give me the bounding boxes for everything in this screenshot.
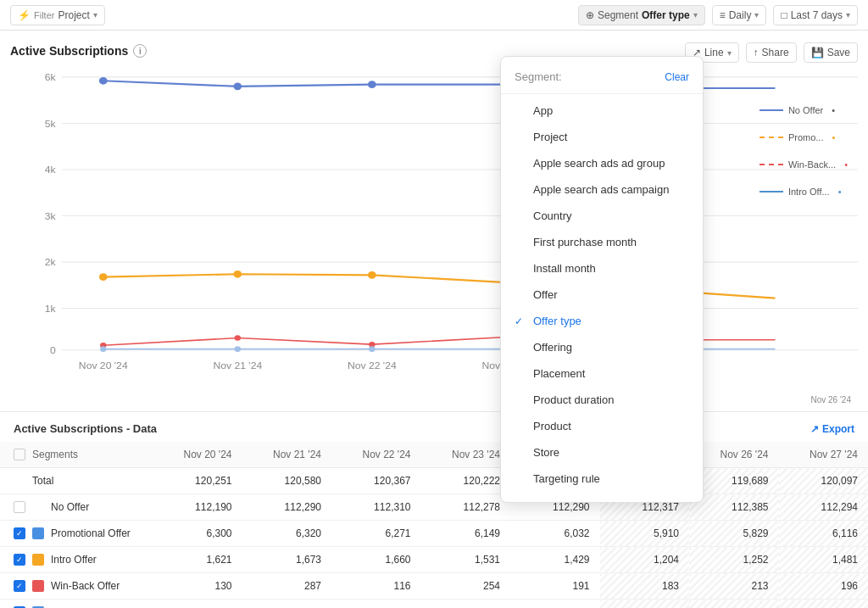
dropdown-item-14[interactable]: Targeting rule [501,466,703,492]
cell-1-3: 112,278 [421,494,511,521]
dropdown-item-label-1: Project [533,131,567,143]
cell-5-7: 10 [779,600,869,609]
dropdown-item-0[interactable]: App [501,98,703,124]
line-chevron-icon: ▾ [727,48,732,58]
segment-color-4 [32,580,44,592]
dropdown-item-7[interactable]: Offer [501,282,703,308]
main-area: Active Subscriptions i ↗ Line ▾ ↑ Share … [0,31,868,608]
share-button[interactable]: ↑ Share [746,42,797,63]
col-header-nov23: Nov 23 '24 [421,442,511,468]
dropdown-item-5[interactable]: First purchase month [501,229,703,255]
cell-3-3: 1,531 [421,547,511,573]
legend-no-offer: No Offer • [760,105,848,115]
bars-icon: ≡ [720,9,726,21]
dropdown-clear-button[interactable]: Clear [665,71,689,83]
segment-label: Segment [598,9,638,21]
cell-3-7: 1,481 [779,547,869,573]
filter-icon: ⚡ [18,9,31,21]
dropdown-item-2[interactable]: Apple search ads ad group [501,150,703,176]
svg-point-34 [100,346,106,352]
toolbar-right: ⊕ Segment Offer type ▾ ≡ Daily ▾ □ Last … [578,5,858,25]
filter-value: Project [58,9,89,21]
cell-5-2: 10 [331,600,421,609]
col-header-nov22: Nov 22 '24 [331,442,421,468]
cell-5-5: 10 [600,600,690,609]
table-row: ✓Promotional Offer6,3006,3206,2716,1496,… [0,521,868,547]
data-section-title: Active Subscriptions - Data [14,422,157,435]
dropdown-item-11[interactable]: Product duration [501,387,703,413]
table-row: No Offer112,190112,290112,310112,278112,… [0,494,868,521]
save-button[interactable]: 💾 Save [804,42,858,63]
cell-5-6: 10 [689,600,779,609]
info-icon[interactable]: i [133,44,147,58]
dropdown-item-9[interactable]: Offering [501,334,703,360]
dropdown-item-6[interactable]: Install month [501,255,703,282]
toolbar-left: ⚡ Filter Project ▾ [10,5,105,25]
line-label: Line [704,47,724,59]
dropdown-item-8[interactable]: ✓Offer type [501,308,703,334]
row-checkbox-2[interactable]: ✓ [14,527,25,539]
dropdown-item-12[interactable]: Product [501,413,703,439]
cell-5-4: 10 [510,600,600,609]
row-checkbox-1[interactable] [14,501,25,513]
cell-2-5: 5,910 [600,521,690,547]
cell-1-7: 112,294 [779,494,869,521]
dropdown-item-label-2: Apple search ads ad group [533,157,665,170]
svg-text:Nov 21 '24: Nov 21 '24 [213,360,262,370]
cell-5-3: 10 [421,600,511,609]
cell-5-1: 10 [242,600,332,609]
filter-button[interactable]: ⚡ Filter Project ▾ [10,5,105,25]
svg-point-35 [235,346,241,352]
chart-section: Active Subscriptions i ↗ Line ▾ ↑ Share … [0,31,868,412]
cell-2-6: 5,829 [689,521,779,547]
dropdown-item-label-12: Product [533,420,571,432]
dropdown-item-13[interactable]: Store [501,439,703,466]
segment-name-4: Win-Back Offer [51,580,120,592]
data-title-bar: Active Subscriptions - Data ↗ Export [0,412,868,442]
cell-3-1: 1,673 [242,547,332,573]
svg-text:1k: 1k [45,304,56,314]
dropdown-item-1[interactable]: Project [501,124,703,150]
table-row: ✓Win-Back Offer130287116254191183213196 [0,573,868,600]
cell-4-7: 196 [779,573,869,600]
cell-2-0: 6,300 [153,521,242,547]
dropdown-item-label-13: Store [533,446,559,459]
svg-text:6k: 6k [45,73,56,82]
cell-0-2: 120,367 [331,468,421,494]
svg-point-26 [368,271,376,279]
row-checkbox-4[interactable]: ✓ [14,580,25,592]
cell-2-3: 6,149 [421,521,511,547]
daily-button[interactable]: ≡ Daily ▾ [712,5,767,25]
row-checkbox-3[interactable]: ✓ [14,554,25,566]
export-button[interactable]: ↗ Export [810,423,854,435]
table-row: ✓Intro Offer1,6211,6731,6601,5311,4291,2… [0,547,868,573]
filter-chevron-icon: ▾ [93,10,97,20]
chart-actions: ↗ Line ▾ ↑ Share 💾 Save [685,42,858,63]
table-header-row: Segments Nov 20 '24 Nov 21 '24 Nov 22 '2… [0,442,868,468]
cell-4-1: 287 [242,573,332,600]
svg-text:5k: 5k [45,119,56,128]
table-row: Total120,251120,580120,367120,222119,952… [0,468,868,494]
dropdown-item-label-11: Product duration [533,393,614,406]
cell-0-0: 120,251 [153,468,242,494]
dropdown-item-10[interactable]: Placement [501,360,703,387]
export-label: Export [822,423,854,435]
filter-label: Filter [34,10,54,20]
days-button[interactable]: □ Last 7 days ▾ [773,5,858,25]
days-chevron-icon: ▾ [846,10,850,20]
cell-4-5: 183 [600,573,690,600]
segment-button[interactable]: ⊕ Segment Offer type ▾ [578,5,705,25]
segment-dropdown[interactable]: Segment: Clear AppProjectApple search ad… [500,56,704,503]
export-icon: ↗ [810,423,819,435]
dropdown-item-4[interactable]: Country [501,203,703,229]
cell-4-0: 130 [153,573,242,600]
segment-name-1: No Offer [51,501,89,513]
select-all-checkbox[interactable] [14,449,25,460]
dropdown-item-label-10: Placement [533,367,585,380]
cell-0-3: 120,222 [421,468,511,494]
dropdown-item-label-4: Country [533,209,572,222]
cell-4-4: 191 [510,573,600,600]
dropdown-item-3[interactable]: Apple search ads campaign [501,176,703,203]
segment-name-2: Promotional Offer [51,527,131,539]
segment-icon: ⊕ [586,9,594,21]
